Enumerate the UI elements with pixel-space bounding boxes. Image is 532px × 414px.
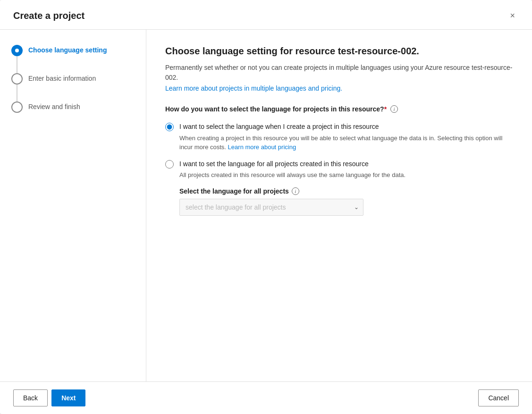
back-button[interactable]: Back [13,389,48,406]
dialog-footer: Back Next Cancel [0,381,532,414]
sidebar-item-language[interactable]: Choose language setting [11,45,135,56]
radio-option-per-project: I want to select the language when I cre… [165,120,513,154]
dialog-body: Choose language setting Enter basic info… [0,30,532,381]
sidebar-item-basic[interactable]: Enter basic information [11,73,135,84]
radio-per-project-content: I want to select the language when I cre… [179,122,513,152]
required-marker: * [384,105,387,113]
step-circle-basic [11,73,23,84]
radio-per-project-input[interactable] [165,123,174,131]
section-description: Permanently set whether or not you can c… [165,63,513,83]
language-select-section: Select the language for all projects i s… [179,187,405,216]
language-select[interactable]: select the language for all projects [179,199,363,216]
section-title: Choose language setting for resource tes… [165,45,513,57]
dialog-title: Create a project [13,10,84,21]
sidebar-item-review[interactable]: Review and finish [11,101,135,113]
next-button[interactable]: Next [51,389,85,406]
select-info-icon[interactable]: i [292,187,299,195]
question-text: How do you want to select the language f… [165,105,387,113]
radio-per-project-description: When creating a project in this resource… [179,134,513,152]
radio-all-projects-input[interactable] [165,160,174,169]
pricing-learn-more-link[interactable]: Learn more about pricing [228,144,296,151]
close-button[interactable]: × [506,9,519,22]
question-info-icon[interactable]: i [390,105,398,113]
step-label-review: Review and finish [28,101,80,112]
sidebar: Choose language setting Enter basic info… [0,30,146,381]
radio-all-projects-label[interactable]: I want to set the language for all proje… [179,160,405,169]
step-label-language: Choose language setting [28,45,107,55]
step-label-basic: Enter basic information [28,73,96,84]
radio-all-projects-content: I want to set the language for all proje… [179,160,405,216]
language-select-wrapper: select the language for all projects ⌄ [179,199,363,216]
radio-option-all-projects: I want to set the language for all proje… [165,158,513,218]
step-circle-review [11,101,23,113]
sub-label-row: Select the language for all projects i [179,187,405,195]
step-connector-1 [17,56,17,73]
select-label: Select the language for all projects [179,187,289,195]
question-row: How do you want to select the language f… [165,105,513,113]
main-content: Choose language setting for resource tes… [146,30,532,381]
radio-per-project-label[interactable]: I want to select the language when I cre… [179,122,513,132]
step-circle-language [11,45,23,56]
radio-all-projects-description: All projects created in this resource wi… [179,170,405,180]
step-connector-2 [17,84,17,101]
cancel-button[interactable]: Cancel [478,389,519,406]
create-project-dialog: Create a project × Choose language setti… [0,0,532,414]
dialog-header: Create a project × [0,0,532,30]
learn-more-link[interactable]: Learn more about projects in multiple la… [165,84,342,92]
